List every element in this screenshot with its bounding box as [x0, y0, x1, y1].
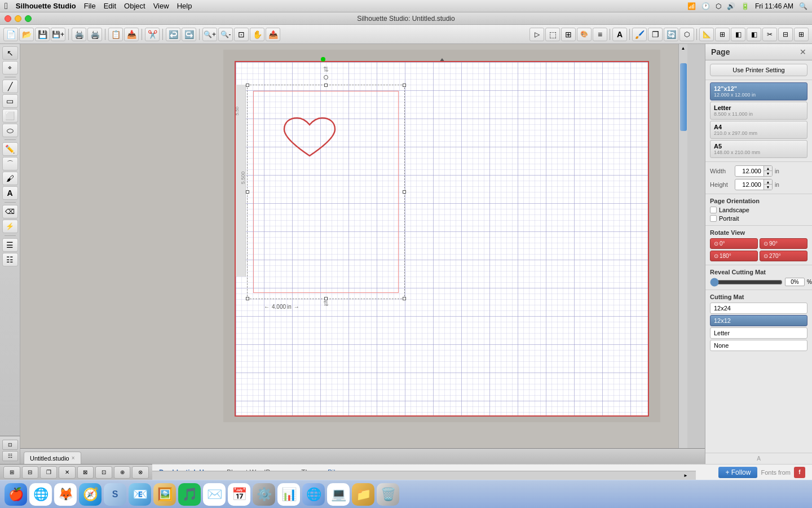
vertical-scroll-thumb[interactable]	[680, 63, 687, 131]
rotate-180-button[interactable]: ⊙ 180°	[710, 251, 758, 261]
select-tool[interactable]: ↖	[2, 46, 18, 60]
template-button[interactable]: 📋	[108, 28, 123, 41]
rect-tool[interactable]: ▭	[2, 94, 18, 108]
redo-button[interactable]: ↪️	[182, 28, 196, 41]
zoom-in-button[interactable]: 🔍+	[202, 28, 217, 41]
send-button[interactable]: 📤	[266, 28, 280, 41]
dock-finder[interactable]: 🍎	[5, 483, 27, 506]
dock-browser[interactable]: 🌐	[302, 483, 325, 506]
object-menu[interactable]: Object	[124, 2, 145, 10]
zoom-out-button[interactable]: 🔍-	[218, 28, 233, 41]
size-a4[interactable]: A4 210.0 x 297.00 mm	[710, 121, 807, 139]
maximize-button[interactable]	[25, 15, 32, 22]
size-12x12[interactable]: 12"x12" 12.000 x 12.000 in	[710, 82, 807, 100]
zoom-panel[interactable]: ⊞	[715, 28, 730, 41]
text-panel[interactable]: A	[612, 28, 627, 41]
text-tool[interactable]: A	[2, 186, 18, 200]
dock-trash[interactable]: 🗑️	[377, 483, 399, 506]
ellipse-tool[interactable]: ⬭	[2, 124, 18, 137]
edit-menu[interactable]: Edit	[104, 2, 116, 10]
sel-delete-button[interactable]: ✕	[59, 466, 76, 479]
line-panel[interactable]: ≡	[593, 28, 607, 41]
view-menu[interactable]: View	[153, 2, 169, 10]
apple-menu[interactable]: 	[5, 1, 8, 11]
pan-button[interactable]: ✋	[250, 28, 264, 41]
cutting-mat-12x24[interactable]: 12x24	[710, 303, 807, 314]
cutting-mat-letter[interactable]: Letter	[710, 327, 807, 339]
bottom-left-tool1[interactable]: ⊡	[2, 440, 18, 450]
tab-untitled-studio[interactable]: Untitled.studio ×	[24, 452, 81, 464]
sel-group-button[interactable]: ⊟	[22, 466, 39, 479]
fill-panel2[interactable]: ◧	[731, 28, 745, 41]
page-panel-button[interactable]: 📐	[699, 28, 714, 41]
dock-mailapp[interactable]: ✉️	[203, 483, 226, 506]
send-to-silhouette-button[interactable]: ▷	[529, 28, 544, 41]
dock-migration[interactable]: 💻	[327, 483, 350, 506]
replicate-panel[interactable]: ❐	[648, 28, 663, 41]
file-menu[interactable]: File	[84, 2, 96, 10]
sel-copy-button[interactable]: ❐	[40, 466, 57, 479]
open-button[interactable]: 📂	[19, 28, 34, 41]
sel-merge-button[interactable]: ⊕	[114, 466, 131, 479]
tab-close-button[interactable]: ×	[72, 455, 75, 461]
dock-downloads[interactable]: 📁	[352, 483, 374, 506]
print-setup-button[interactable]: 🖨️	[87, 28, 102, 41]
follow-button[interactable]: + Follow	[718, 467, 757, 478]
rounded-rect-tool[interactable]: ⬜	[2, 109, 18, 122]
vertical-scrollbar-track[interactable]: ▲ ▼	[678, 44, 687, 464]
dock-systemprefs[interactable]: ⚙️	[253, 483, 275, 506]
crop-button[interactable]: ⊞	[794, 28, 809, 41]
save-as-button[interactable]: 💾+	[51, 28, 65, 41]
size-letter[interactable]: Letter 8.500 x 11.000 in	[710, 102, 807, 120]
landscape-radio[interactable]	[710, 207, 717, 213]
dock-silhouette[interactable]: S	[104, 483, 126, 506]
scroll-right-button[interactable]: ►	[683, 473, 688, 478]
rotation-handle[interactable]	[324, 75, 328, 80]
rotate-panel[interactable]: 🔄	[664, 28, 678, 41]
undo-button[interactable]: ↩️	[166, 28, 180, 41]
dock-chrome[interactable]: 🌐	[29, 483, 52, 506]
heart-shape[interactable]	[281, 113, 338, 164]
line-style[interactable]: ⊟	[778, 28, 793, 41]
panel-close-button[interactable]: ✕	[800, 47, 806, 56]
dock-safari[interactable]: 🧭	[79, 483, 102, 506]
sel-ungroup-button[interactable]: ⊡	[95, 466, 112, 479]
handle-mid-right[interactable]	[403, 190, 406, 194]
width-input[interactable]	[735, 167, 764, 176]
dock-firefox[interactable]: 🦊	[54, 483, 77, 506]
close-button[interactable]	[5, 15, 11, 22]
scroll-up-button[interactable]: ▲	[679, 44, 687, 52]
view-tool[interactable]: ☷	[2, 253, 18, 266]
grid-toggle[interactable]: ⊞	[561, 28, 576, 41]
dock-mail[interactable]: 📧	[129, 483, 151, 506]
paint-tool[interactable]: 🖌	[2, 172, 18, 185]
pencil-tool[interactable]: ✏️	[2, 142, 18, 156]
reveal-slider[interactable]	[710, 279, 783, 286]
save-button[interactable]: 💾	[35, 28, 50, 41]
eraser-tool[interactable]: ⌫	[2, 205, 18, 218]
cutting-mat-12x12[interactable]: 12x12	[710, 315, 807, 326]
width-up-arrow[interactable]: ▲	[764, 166, 772, 171]
minimize-button[interactable]	[15, 15, 21, 22]
height-down-arrow[interactable]: ▼	[764, 185, 772, 190]
mat-inner[interactable]: 5.50 ⇅	[235, 61, 649, 417]
rotate-90-button[interactable]: ⊙ 90°	[760, 238, 807, 249]
dock-iphoto[interactable]: 🖼️	[153, 483, 176, 506]
line-tool[interactable]: ╱	[2, 80, 18, 93]
app-name-menu[interactable]: Silhouette Studio	[16, 2, 76, 10]
height-input[interactable]	[735, 180, 764, 189]
import-button[interactable]: 📥	[124, 28, 139, 41]
rotate-0-button[interactable]: ⊙ 0°	[710, 238, 758, 249]
stroke-panel[interactable]: ◧	[747, 28, 761, 41]
cut-settings[interactable]: ✂	[762, 28, 777, 41]
pan-tool[interactable]: ☰	[2, 238, 18, 252]
color-panel[interactable]: 🎨	[577, 28, 592, 41]
cutting-mat-none[interactable]: None	[710, 340, 807, 351]
bezier-tool[interactable]: ⌒	[2, 157, 18, 170]
sel-all-button[interactable]: ⊞	[3, 466, 20, 479]
rotate-270-button[interactable]: ⊙ 270°	[760, 251, 807, 261]
handle-top-mid[interactable]	[324, 84, 328, 87]
dock-calendar[interactable]: 📅	[228, 483, 250, 506]
dock-activity[interactable]: 📊	[277, 483, 300, 506]
selection-box[interactable]: ⇅ ⇅	[247, 85, 405, 299]
